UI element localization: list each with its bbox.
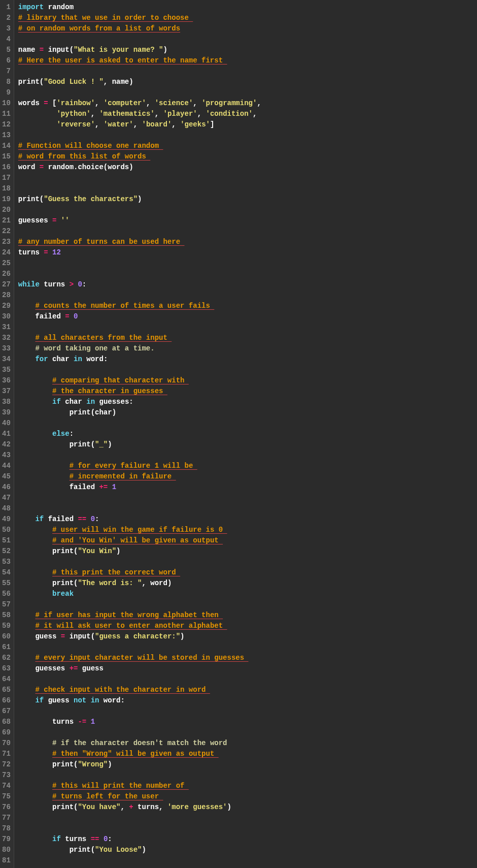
code-line[interactable] [18,87,473,98]
code-line[interactable]: guess = input("guess a character:") [18,631,473,642]
code-line[interactable]: print("You Win") [18,546,473,557]
code-line[interactable]: # any number of turns can be used here [18,237,473,247]
code-line[interactable] [18,599,473,610]
code-line[interactable] [18,727,473,738]
code-line[interactable]: # the character in guesses [18,386,473,397]
code-line[interactable] [18,706,473,717]
code-line[interactable] [18,493,473,503]
code-line[interactable]: # and 'You Win' will be given as output [18,535,473,546]
token-nm: ( [70,46,74,54]
token-nm: guesses: [95,398,138,406]
token-sp: # comparing that character with [52,376,189,384]
code-line[interactable]: else: [18,429,473,439]
code-line[interactable]: # check input with the character in word [18,685,473,695]
code-line[interactable]: if turns == 0: [18,834,473,845]
code-line[interactable] [18,205,473,215]
code-line[interactable]: print("_") [18,439,473,450]
code-line[interactable]: # then "Wrong" will be given as output [18,749,473,759]
line-number: 1 [2,2,11,13]
code-line[interactable]: guesses = '' [18,215,473,226]
code-line[interactable]: word = random.choice(words) [18,162,473,173]
code-line[interactable]: # this print the correct word [18,567,473,578]
code-line[interactable]: failed += 1 [18,482,473,493]
code-line[interactable] [18,258,473,269]
code-line[interactable] [18,66,473,77]
code-line[interactable]: # user will win the game if failure is 0 [18,525,473,535]
code-line[interactable]: for char in word: [18,354,473,365]
code-line[interactable]: print(char) [18,407,473,418]
code-line[interactable]: # if user has input the wrong alphabet t… [18,610,473,621]
code-line[interactable]: if char in guesses: [18,397,473,407]
code-line[interactable] [18,290,473,301]
code-line[interactable]: print("Wrong") [18,759,473,770]
code-line[interactable] [18,674,473,685]
code-line[interactable]: print("You have", + turns, 'more guesses… [18,802,473,813]
token-nm: ( [40,78,44,86]
code-line[interactable]: # Here the user is asked to enter the na… [18,55,473,66]
token-num: 0 [74,312,78,320]
code-line[interactable] [18,557,473,567]
code-line[interactable]: 'reverse', 'water', 'board', 'geeks'] [18,119,473,130]
code-line[interactable]: # if the character doesn't match the wor… [18,738,473,749]
code-line[interactable] [18,813,473,823]
code-line[interactable]: print("Guess the characters") [18,194,473,205]
code-line[interactable]: # counts the number of times a user fail… [18,301,473,311]
code-line[interactable]: while turns > 0: [18,279,473,290]
code-line[interactable] [18,34,473,45]
code-line[interactable]: words = ['rainbow', 'computer', 'science… [18,98,473,109]
token-nm [18,110,57,118]
code-line[interactable]: # comparing that character with [18,375,473,386]
code-line[interactable]: # on random words from a list of words [18,23,473,34]
code-line[interactable] [18,450,473,461]
code-line[interactable] [18,130,473,141]
code-line[interactable]: # turns left for the user [18,791,473,802]
line-number: 34 [2,354,11,365]
code-line[interactable]: break [18,589,473,599]
token-cmt: # if the character doesn't match the wor… [52,739,231,747]
code-line[interactable] [18,418,473,429]
code-line[interactable] [18,770,473,781]
code-line[interactable] [18,269,473,279]
code-line[interactable] [18,173,473,183]
token-fn: print [18,195,40,203]
code-line[interactable]: if guess not in word: [18,695,473,706]
code-line[interactable]: # incremented in failure [18,471,473,482]
code-line[interactable]: # Function will choose one random [18,141,473,151]
code-line[interactable]: # it will ask user to enter another alph… [18,621,473,631]
code-line[interactable]: failed = 0 [18,311,473,322]
code-line[interactable]: # every input character will be stored i… [18,653,473,663]
line-number: 65 [2,685,11,695]
code-line[interactable]: # for every failure 1 will be [18,461,473,471]
token-op: = [65,312,69,320]
code-line[interactable] [18,365,473,375]
code-line[interactable] [18,183,473,194]
code-line[interactable]: # word from this list of words [18,151,473,162]
token-fn: print [70,440,91,448]
code-line[interactable]: # all characters from the input [18,333,473,343]
code-line[interactable]: if failed == 0: [18,514,473,525]
code-line[interactable]: # word taking one at a time. [18,343,473,354]
code-line[interactable] [18,503,473,514]
code-line[interactable] [18,855,473,866]
line-number: 70 [2,738,11,749]
token-nm: random.choice(words) [44,163,138,171]
code-line[interactable]: turns = 12 [18,247,473,258]
code-line[interactable]: print("Good Luck ! ", name) [18,77,473,87]
code-line[interactable]: import random [18,2,473,13]
code-line[interactable]: # this will print the number of [18,781,473,791]
code-area[interactable]: import random# library that we use in or… [14,0,477,868]
code-line[interactable] [18,226,473,237]
code-line[interactable]: name = input("What is your name? ") [18,45,473,55]
code-line[interactable]: turns -= 1 [18,717,473,727]
line-number: 75 [2,791,11,802]
code-line[interactable] [18,322,473,333]
code-line[interactable]: guesses += guess [18,663,473,674]
code-line[interactable]: print("You Loose") [18,845,473,855]
token-nm: ] [210,120,219,128]
code-line[interactable]: # library that we use in order to choose [18,13,473,23]
token-nm [86,718,90,726]
code-line[interactable]: print("The word is: ", word) [18,578,473,589]
code-line[interactable] [18,823,473,834]
code-line[interactable] [18,642,473,653]
code-line[interactable]: 'python', 'mathematics', 'player', 'cond… [18,109,473,119]
